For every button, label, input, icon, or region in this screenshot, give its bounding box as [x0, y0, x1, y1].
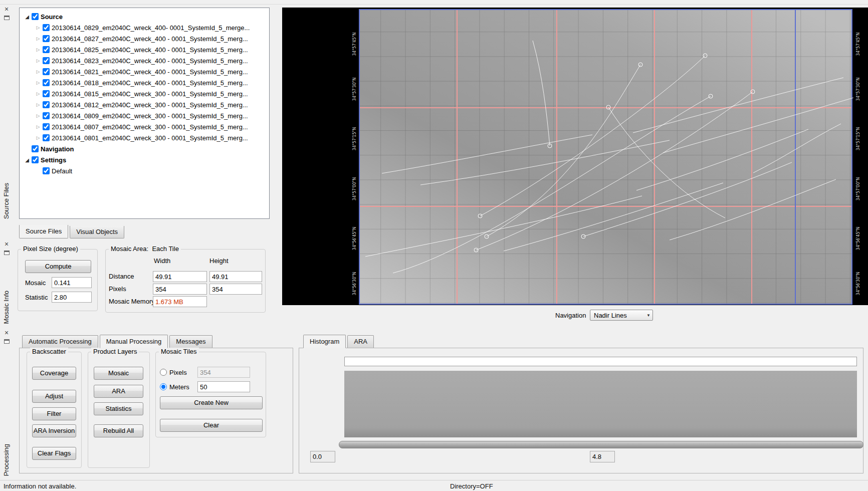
source-dock-tabbar: Source Files Visual Objects	[19, 225, 126, 238]
tree-row-file[interactable]: ▷ 20130614_0829_em2040C_wreck_400- 0001_…	[20, 22, 269, 33]
expander-icon[interactable]: ◢	[24, 14, 31, 20]
tree-checkbox[interactable]	[43, 79, 50, 86]
lat-tick-label: 34°57'15"N	[856, 127, 860, 150]
tree-checkbox[interactable]	[43, 167, 50, 174]
tree-row-file[interactable]: ▷ 20130614_0825_em2040C_wreck_400 - 0001…	[20, 44, 269, 55]
clear-flags-button[interactable]: Clear Flags	[32, 447, 76, 460]
processing-dock-strip: × Processing	[0, 328, 14, 480]
histogram-plot-area	[344, 371, 857, 437]
histogram-max-field[interactable]	[590, 451, 615, 462]
expander-icon[interactable]: ▷	[35, 36, 42, 41]
tile-meters-field[interactable]	[197, 381, 250, 392]
tree-row-file[interactable]: ▷ 20130614_0823_em2040C_wreck_400 - 0001…	[20, 55, 269, 66]
statistics-button[interactable]: Statistics	[94, 402, 143, 415]
tree-row-file[interactable]: ▷ 20130614_0812_em2040C_wreck_300 - 0001…	[20, 99, 269, 110]
expander-icon[interactable]: ▷	[35, 80, 42, 85]
chevron-down-icon: ▼	[642, 313, 650, 318]
map-canvas[interactable]: 34°57'45"N 34°57'30"N 34°57'15"N 34°57'0…	[282, 8, 868, 305]
tree-checkbox[interactable]	[43, 112, 50, 119]
create-new-button[interactable]: Create New	[160, 396, 263, 409]
map-view[interactable]: 34°57'45"N 34°57'30"N 34°57'15"N 34°57'0…	[282, 8, 868, 305]
tree-item-label: 20130614_0823_em2040C_wreck_400 - 0001_S…	[52, 57, 248, 65]
tree-checkbox[interactable]	[43, 46, 50, 53]
tree-row-file[interactable]: ▷ 20130614_0821_em2040C_wreck_400 - 0001…	[20, 66, 269, 77]
lat-tick-label: 34°57'15"N	[352, 127, 357, 150]
clear-button[interactable]: Clear	[160, 419, 263, 432]
tree-checkbox[interactable]	[43, 123, 50, 130]
histogram-tabbar: Histogram ARA	[303, 335, 375, 348]
expander-icon[interactable]: ▷	[35, 102, 42, 107]
tree-checkbox[interactable]	[43, 134, 50, 141]
mosaic-button[interactable]: Mosaic	[94, 367, 143, 380]
tree-row-navigation[interactable]: Navigation	[20, 143, 269, 154]
tree-checkbox[interactable]	[43, 101, 50, 108]
histogram-min-field[interactable]	[310, 451, 335, 462]
navigation-combo[interactable]: Nadir Lines ▼	[590, 310, 653, 321]
lat-tick-label: 34°56'30"N	[352, 272, 357, 295]
pixel-size-group: Pixel Size (degree) Compute Mosaic Stati…	[18, 249, 98, 311]
expander-icon[interactable]: ▷	[35, 113, 42, 118]
tree-row-settings[interactable]: ◢ Settings	[20, 154, 269, 165]
tab-ara[interactable]: ARA	[347, 335, 374, 348]
tree-row-file[interactable]: ▷ 20130614_0827_em2040C_wreck_400 - 0001…	[20, 33, 269, 44]
tree-item-label: 20130614_0818_em2040C_wreck_400 - 0001_S…	[52, 79, 248, 87]
distance-height-field[interactable]	[209, 271, 262, 282]
ara-button[interactable]: ARA	[94, 385, 143, 398]
statistic-pixel-size-field[interactable]	[52, 292, 92, 303]
tree-row-file[interactable]: ▷ 20130614_0801_em2040C_wreck_300 - 0001…	[20, 132, 269, 143]
tab-source-files[interactable]: Source Files	[19, 225, 68, 238]
close-icon[interactable]: ×	[3, 6, 11, 14]
expander-icon[interactable]: ▷	[35, 135, 42, 140]
tree-row-file[interactable]: ▷ 20130614_0815_em2040C_wreck_300 - 0001…	[20, 88, 269, 99]
ara-inversion-button[interactable]: ARA Inversion	[32, 424, 76, 437]
tree-checkbox[interactable]	[43, 35, 50, 42]
coverage-button[interactable]: Coverage	[32, 367, 76, 380]
mosaic-memory-value	[153, 296, 207, 307]
float-dock-icon[interactable]	[4, 339, 10, 344]
mosaic-label: Mosaic	[25, 279, 46, 287]
tree-row-file[interactable]: ▷ 20130614_0809_em2040C_wreck_300 - 0001…	[20, 110, 269, 121]
tab-histogram[interactable]: Histogram	[303, 335, 346, 348]
expander-icon[interactable]: ▷	[35, 25, 42, 30]
pixels-height-field[interactable]	[209, 284, 262, 295]
tree-checkbox[interactable]	[43, 24, 50, 31]
tab-automatic-processing[interactable]: Automatic Processing	[22, 335, 98, 348]
pixels-width-field[interactable]	[153, 284, 207, 295]
tree-checkbox[interactable]	[32, 156, 39, 163]
tree-item-label: 20130614_0807_em2040C_wreck_300 - 0001_S…	[52, 123, 248, 131]
float-dock-icon[interactable]	[4, 251, 10, 255]
expander-icon[interactable]: ▷	[35, 47, 42, 52]
tab-visual-objects[interactable]: Visual Objects	[70, 226, 124, 238]
tree-checkbox[interactable]	[32, 13, 39, 20]
tree-item-label: 20130614_0812_em2040C_wreck_300 - 0001_S…	[52, 101, 248, 109]
distance-width-field[interactable]	[153, 271, 207, 282]
expander-icon[interactable]: ▷	[35, 58, 42, 63]
tree-row-default[interactable]: Default	[20, 165, 269, 176]
tab-manual-processing[interactable]: Manual Processing	[100, 335, 168, 348]
tree-checkbox[interactable]	[43, 57, 50, 64]
expander-icon[interactable]: ▷	[35, 91, 42, 96]
tree-row-source[interactable]: ◢ Source	[20, 11, 269, 22]
close-icon[interactable]: ×	[3, 329, 11, 337]
meters-radio[interactable]	[160, 383, 167, 390]
pixels-radio[interactable]	[160, 369, 167, 376]
expander-icon[interactable]: ◢	[24, 157, 31, 163]
expander-icon[interactable]: ▷	[35, 124, 42, 129]
close-icon[interactable]: ×	[3, 240, 11, 249]
lat-tick-labels-left: 34°57'45"N 34°57'30"N 34°57'15"N 34°57'0…	[352, 33, 357, 295]
mosaic-tiles-group-title: Mosaic Tiles	[159, 348, 199, 355]
tab-messages[interactable]: Messages	[169, 335, 212, 348]
histogram-scrollbar[interactable]	[339, 441, 863, 448]
tree-checkbox[interactable]	[43, 90, 50, 97]
tree-row-file[interactable]: ▷ 20130614_0807_em2040C_wreck_300 - 0001…	[20, 121, 269, 132]
tree-checkbox[interactable]	[43, 68, 50, 75]
float-dock-icon[interactable]	[4, 16, 10, 20]
tree-row-file[interactable]: ▷ 20130614_0818_em2040C_wreck_400 - 0001…	[20, 77, 269, 88]
adjust-button[interactable]: Adjust	[32, 390, 76, 403]
mosaic-pixel-size-field[interactable]	[52, 277, 92, 288]
tree-checkbox[interactable]	[32, 145, 39, 152]
compute-button[interactable]: Compute	[25, 260, 91, 273]
rebuild-all-button[interactable]: Rebuild All	[94, 424, 143, 437]
expander-icon[interactable]: ▷	[35, 69, 42, 74]
filter-button[interactable]: Filter	[32, 407, 76, 420]
